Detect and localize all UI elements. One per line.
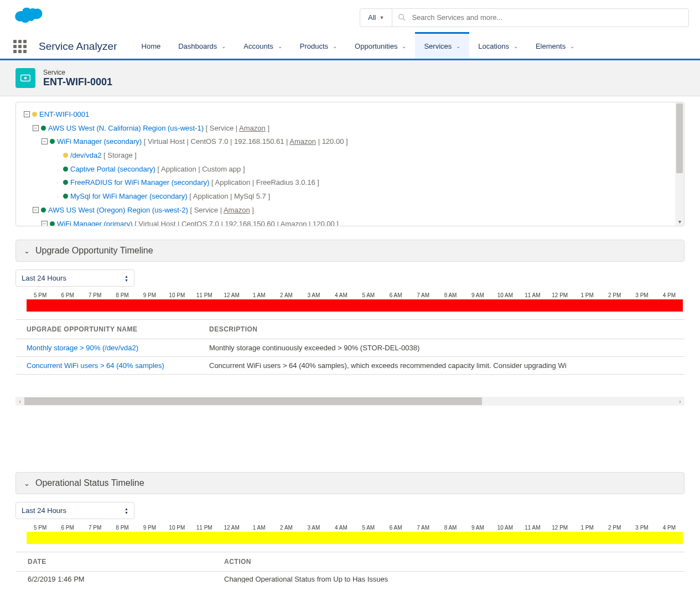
hour-label: 1 PM	[573, 292, 600, 298]
nav-item-home[interactable]: Home	[133, 34, 170, 59]
hour-label: 12 PM	[546, 525, 573, 531]
nav-item-services[interactable]: Services⌄	[415, 34, 469, 59]
search-scope-dropdown[interactable]: All ▼	[360, 9, 392, 27]
tree-node-link[interactable]: AWS US West (Oregon) Region (us-west-2)	[48, 206, 188, 214]
status-timeline: 5 PM6 PM7 PM8 PM9 PM10 PM11 PM12 AM1 AM2…	[15, 525, 685, 544]
hour-label: 7 PM	[81, 292, 108, 298]
nav-bar: Service Analyzer HomeDashboards⌄Accounts…	[0, 34, 700, 60]
top-bar: All ▼	[0, 0, 700, 29]
tree-node: ·/dev/vda2 [ Storage ]	[19, 149, 681, 163]
nav-label: Accounts	[243, 42, 273, 50]
nav-item-products[interactable]: Products⌄	[291, 34, 346, 59]
hour-label: 5 AM	[355, 525, 382, 531]
nav-item-opportunities[interactable]: Opportunities⌄	[346, 34, 415, 59]
tree-node: ·Captive Portal (secondary) [ Applicatio…	[19, 163, 681, 177]
hour-label: 6 AM	[382, 292, 409, 298]
tree-node-link[interactable]: AWS US West (N. California) Region (us-w…	[48, 124, 204, 132]
tree-toggle-icon[interactable]: −	[33, 125, 39, 131]
status-section-toggle[interactable]: ⌄ Operational Status Timeline	[15, 472, 685, 494]
upgrade-opportunity-link[interactable]: Concurrent WiFi users > 64 (40% samples)	[27, 361, 164, 370]
hour-label: 9 AM	[464, 292, 491, 298]
status-dot-icon	[50, 221, 55, 226]
scrollbar-thumb[interactable]	[24, 397, 482, 405]
status-dot-icon	[41, 208, 46, 213]
svg-point-0	[399, 14, 404, 19]
tree-node-link[interactable]: ENT-WIFI-0001	[39, 110, 89, 118]
tree-node-link[interactable]: MySql for WiFi Manager (secondary)	[70, 192, 188, 200]
status-section-title: Operational Status Timeline	[35, 478, 144, 488]
nav-label: Elements	[536, 42, 566, 50]
tree-meta-link[interactable]: Amazon	[239, 124, 266, 132]
tree-node-meta: [ Virtual Host | CentOS 7.0 | 192.168.15…	[142, 137, 348, 146]
upgrade-opportunity-table: UPGRADE OPPORTUNITY NAME DESCRIPTION Mon…	[15, 319, 685, 375]
hour-label: 3 PM	[628, 292, 655, 298]
hour-label: 8 AM	[437, 525, 464, 531]
record-supertitle: Service	[43, 69, 112, 76]
hour-label: 9 PM	[136, 525, 163, 531]
tree-node: ·FreeRADIUS for WiFi Manager (secondary)…	[19, 176, 681, 190]
hour-label: 3 AM	[300, 525, 327, 531]
status-range-select[interactable]: Last 24 Hours ▲▼	[15, 502, 134, 519]
tree-toggle-icon[interactable]: −	[42, 221, 48, 227]
tree-node-link[interactable]: WiFi Manager (primary)	[57, 220, 133, 227]
status-dot-icon	[63, 194, 68, 199]
tree-scrollbar[interactable]: ▾	[675, 102, 684, 226]
hour-label: 8 AM	[437, 292, 464, 298]
hour-label: 10 AM	[491, 292, 518, 298]
scroll-left-icon[interactable]: ‹	[15, 397, 24, 406]
status-timeline-bar	[27, 532, 683, 544]
status-dot-icon	[63, 153, 68, 158]
hour-label: 10 PM	[163, 292, 190, 298]
hour-label: 11 PM	[191, 525, 218, 531]
nav-item-accounts[interactable]: Accounts⌄	[235, 34, 291, 59]
chevron-down-icon: ⌄	[24, 247, 30, 255]
scroll-down-icon[interactable]: ▾	[676, 217, 683, 225]
search-scope-label: All	[368, 13, 376, 22]
hour-label: 1 AM	[245, 292, 272, 298]
tree-node-meta: [ Virtual Host | CentOS 7.0 | 192.168.15…	[133, 220, 339, 227]
horizontal-scrollbar[interactable]: ‹ ›	[15, 397, 685, 406]
nav-item-elements[interactable]: Elements⌄	[527, 34, 583, 59]
status-dot-icon	[63, 180, 68, 185]
upgrade-col-name: UPGRADE OPPORTUNITY NAME	[15, 320, 198, 339]
hour-label: 12 AM	[218, 525, 245, 531]
tree-node-link[interactable]: FreeRADIUS for WiFi Manager (secondary)	[70, 178, 209, 186]
table-row: Monthly storage > 90% (/dev/vda2)Monthly…	[15, 339, 685, 357]
scrollbar-thumb[interactable]	[676, 103, 683, 173]
table-row: Concurrent WiFi users > 64 (40% samples)…	[15, 357, 685, 375]
tree-meta-link[interactable]: Amazon	[224, 206, 250, 214]
tree-meta-link[interactable]: Amazon	[289, 137, 316, 146]
upgrade-section-toggle[interactable]: ⌄ Upgrade Opportunity Timeline	[15, 240, 685, 262]
hour-label: 7 PM	[81, 525, 108, 531]
nav-label: Dashboards	[178, 42, 217, 50]
tree-node-link[interactable]: Captive Portal (secondary)	[70, 165, 155, 173]
search-input[interactable]	[412, 13, 688, 22]
tree-node-meta: [ Service | Amazon ]	[204, 124, 269, 132]
tree-connector-icon: ·	[55, 176, 61, 190]
tree-node-link[interactable]: /dev/vda2	[70, 151, 101, 159]
operational-status-section: ⌄ Operational Status Timeline Last 24 Ho…	[15, 472, 685, 586]
nav-item-locations[interactable]: Locations⌄	[469, 34, 527, 59]
scroll-right-icon[interactable]: ›	[676, 397, 685, 406]
tree-connector-icon: ·	[55, 163, 61, 177]
salesforce-cloud-logo-icon	[11, 6, 44, 29]
cell-name: Monthly storage > 90% (/dev/vda2)	[15, 339, 198, 357]
tree-toggle-icon[interactable]: −	[33, 207, 39, 213]
upgrade-range-select[interactable]: Last 24 Hours ▲▼	[15, 270, 134, 287]
app-launcher-icon[interactable]	[13, 40, 27, 53]
tree-node: −AWS US West (N. California) Region (us-…	[19, 122, 681, 136]
upgrade-range-label: Last 24 Hours	[22, 274, 66, 282]
hour-label: 7 AM	[409, 292, 437, 298]
table-row: 6/2/2019 1:46 PMChanged Operational Stat…	[15, 572, 685, 587]
hour-label: 4 AM	[328, 525, 355, 531]
chevron-down-icon: ⌄	[221, 43, 226, 49]
tree-node-link[interactable]: WiFi Manager (secondary)	[57, 137, 142, 146]
tree-toggle-icon[interactable]: −	[24, 111, 30, 117]
chevron-down-icon: ⌄	[514, 43, 518, 49]
nav-label: Locations	[478, 42, 509, 50]
upgrade-opportunity-link[interactable]: Monthly storage > 90% (/dev/vda2)	[27, 344, 138, 352]
upgrade-timeline-bar	[27, 299, 683, 312]
hour-label: 3 AM	[300, 292, 327, 298]
tree-toggle-icon[interactable]: −	[42, 138, 48, 144]
nav-item-dashboards[interactable]: Dashboards⌄	[169, 34, 235, 59]
